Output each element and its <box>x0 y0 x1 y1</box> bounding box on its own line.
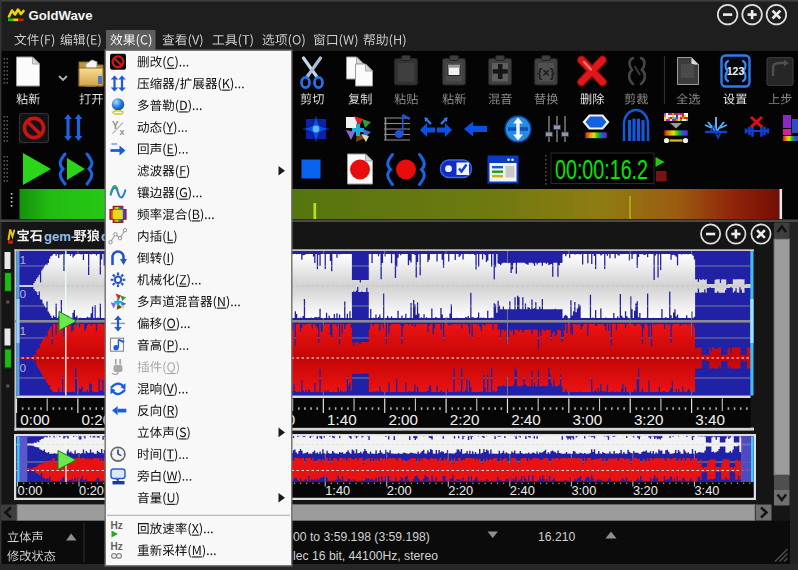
svg-text:16.210: 16.210 <box>538 530 575 544</box>
svg-text:{×}: {×} <box>537 65 555 80</box>
svg-text:3:20: 3:20 <box>634 411 664 428</box>
svg-text:1: 1 <box>20 324 27 338</box>
svg-text:00 to 3:59.198 (3:59.198): 00 to 3:59.198 (3:59.198) <box>293 530 430 544</box>
svg-text:1:40: 1:40 <box>325 483 350 498</box>
svg-text:0:00: 0:00 <box>18 483 43 498</box>
svg-text:3:40: 3:40 <box>695 411 725 428</box>
svg-text:3:00: 3:00 <box>573 411 603 428</box>
svg-text:x: x <box>120 127 125 137</box>
svg-text:3:00: 3:00 <box>571 483 596 498</box>
svg-text:2:20: 2:20 <box>448 483 473 498</box>
svg-text:Y: Y <box>112 120 119 131</box>
svg-text:Hz: Hz <box>111 520 123 531</box>
svg-text:0:00: 0:00 <box>20 411 50 428</box>
svg-text:Hz: Hz <box>111 541 123 552</box>
svg-text:2:40: 2:40 <box>511 411 541 428</box>
svg-text:GoldWave: GoldWave <box>29 8 93 23</box>
svg-text:00:00:16.2: 00:00:16.2 <box>555 154 648 185</box>
svg-text:2:00: 2:00 <box>388 411 418 428</box>
svg-text:lec 16 bit, 44100Hz, stereo: lec 16 bit, 44100Hz, stereo <box>293 549 438 563</box>
svg-text:3:20: 3:20 <box>633 483 658 498</box>
svg-text:0: 0 <box>20 361 27 375</box>
svg-text:2:00: 2:00 <box>387 483 412 498</box>
svg-text:0:20: 0:20 <box>79 483 104 498</box>
svg-text:2:20: 2:20 <box>450 411 480 428</box>
svg-text:1:40: 1:40 <box>327 411 357 428</box>
svg-text:3:40: 3:40 <box>694 483 719 498</box>
svg-text:gem-: gem- <box>44 229 76 244</box>
svg-text:123: 123 <box>727 65 745 77</box>
svg-text:2:40: 2:40 <box>510 483 535 498</box>
svg-text:1: 1 <box>20 253 27 267</box>
svg-text:0: 0 <box>20 287 27 301</box>
